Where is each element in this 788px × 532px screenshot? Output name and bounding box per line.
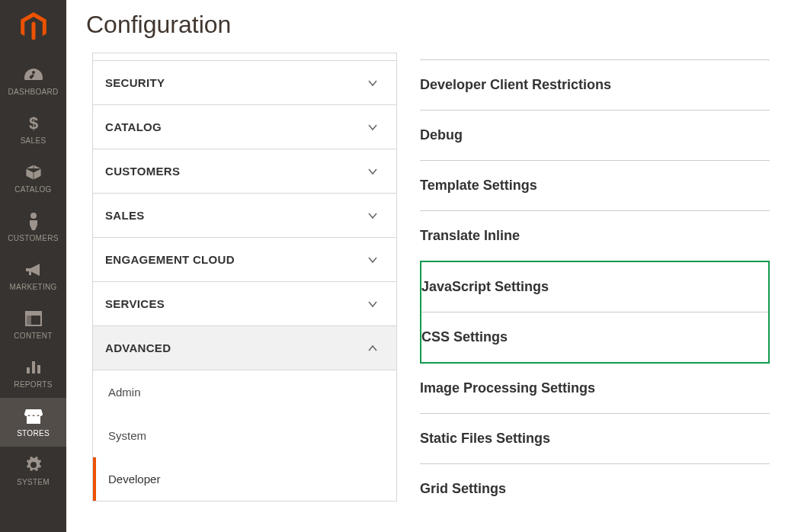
setting-label: Translate Inline xyxy=(420,228,520,243)
nav-label: CATALOG xyxy=(14,185,51,194)
setting-debug[interactable]: Debug xyxy=(420,111,770,161)
side-section-catalog[interactable]: CATALOG xyxy=(93,105,396,149)
nav-stores[interactable]: STORES xyxy=(0,398,66,447)
setting-javascript-settings[interactable]: JavaScript Settings xyxy=(421,262,768,312)
side-section-title: CATALOG xyxy=(105,120,162,133)
nav-marketing[interactable]: MARKETING xyxy=(0,252,66,300)
nav-label: SYSTEM xyxy=(17,478,50,486)
setting-label: Debug xyxy=(420,127,463,143)
chevron-down-icon xyxy=(367,78,378,88)
chevron-down-icon xyxy=(367,122,378,133)
svg-rect-5 xyxy=(27,367,30,373)
dollar-icon: $ xyxy=(27,113,40,134)
setting-translate-inline[interactable]: Translate Inline xyxy=(420,211,770,261)
nav-customers[interactable]: CUSTOMERS xyxy=(0,203,66,252)
sub-item-admin[interactable]: Admin xyxy=(93,370,396,414)
svg-text:$: $ xyxy=(28,114,37,133)
side-section-advanced[interactable]: ADVANCED xyxy=(93,326,396,370)
setting-label: Developer Client Restrictions xyxy=(420,77,611,92)
nav-label: CONTENT xyxy=(14,332,52,340)
chevron-down-icon xyxy=(367,255,378,265)
side-section-title: SERVICES xyxy=(105,297,165,310)
nav-label: CUSTOMERS xyxy=(8,234,58,242)
nav-label: SALES xyxy=(21,136,46,145)
svg-rect-7 xyxy=(37,365,40,373)
svg-rect-4 xyxy=(26,316,31,325)
setting-grid-settings[interactable]: Grid Settings xyxy=(420,464,770,514)
nav-label: MARKETING xyxy=(9,283,56,291)
svg-rect-3 xyxy=(26,312,41,316)
side-section-title: SALES xyxy=(105,209,145,222)
megaphone-icon xyxy=(24,259,43,280)
person-icon xyxy=(27,210,40,232)
setting-label: JavaScript Settings xyxy=(421,279,549,294)
setting-label: Grid Settings xyxy=(420,481,506,496)
settings-panel: Developer Client Restrictions Debug Temp… xyxy=(397,53,788,532)
side-section-title: ENGAGEMENT CLOUD xyxy=(105,253,235,266)
side-section-engagement-cloud[interactable]: ENGAGEMENT CLOUD xyxy=(93,238,396,282)
magento-logo-icon xyxy=(18,11,50,43)
bar-chart-icon xyxy=(25,357,42,378)
sub-item-label: Admin xyxy=(108,386,141,399)
setting-label: CSS Settings xyxy=(421,329,508,345)
config-side-panel: SECURITY CATALOG CUSTOMERS SALES xyxy=(92,53,397,532)
sub-item-label: Developer xyxy=(108,473,160,486)
side-section-customers[interactable]: CUSTOMERS xyxy=(93,149,396,194)
store-icon xyxy=(24,405,43,427)
svg-point-1 xyxy=(30,213,37,219)
highlight-annotation: JavaScript Settings CSS Settings xyxy=(420,261,770,364)
setting-label: Image Processing Settings xyxy=(420,380,595,396)
gear-icon xyxy=(25,454,42,476)
chevron-down-icon xyxy=(367,210,378,221)
nav-reports[interactable]: REPORTS xyxy=(0,349,66,398)
side-section-title: SECURITY xyxy=(105,76,165,89)
setting-static-files-settings[interactable]: Static Files Settings xyxy=(420,414,770,464)
setting-label: Template Settings xyxy=(420,178,537,193)
nav-label: STORES xyxy=(17,429,50,437)
dashboard-icon xyxy=(24,64,43,85)
page-title: Configuration xyxy=(66,0,788,53)
sub-item-label: System xyxy=(108,429,146,442)
layout-icon xyxy=(25,308,42,329)
side-section-sales[interactable]: SALES xyxy=(93,194,396,238)
sub-item-system[interactable]: System xyxy=(93,414,396,457)
nav-label: REPORTS xyxy=(14,380,52,389)
chevron-up-icon xyxy=(367,343,378,354)
vertical-nav: DASHBOARD $ SALES CATALOG CUSTOMERS MARK… xyxy=(0,0,66,532)
setting-css-settings[interactable]: CSS Settings xyxy=(421,312,768,362)
side-section-title: CUSTOMERS xyxy=(105,165,180,178)
chevron-down-icon xyxy=(367,299,378,309)
nav-sales[interactable]: $ SALES xyxy=(0,105,66,154)
nav-system[interactable]: SYSTEM xyxy=(0,447,66,495)
sub-item-developer[interactable]: Developer xyxy=(93,457,396,501)
side-section-security[interactable]: SECURITY xyxy=(93,61,396,105)
nav-label: DASHBOARD xyxy=(8,88,58,96)
nav-dashboard[interactable]: DASHBOARD xyxy=(0,56,66,105)
svg-rect-6 xyxy=(32,361,35,373)
nav-catalog[interactable]: CATALOG xyxy=(0,154,66,203)
side-section-title: ADVANCED xyxy=(105,341,171,354)
setting-image-processing-settings[interactable]: Image Processing Settings xyxy=(420,364,770,414)
box-icon xyxy=(24,162,43,183)
setting-label: Static Files Settings xyxy=(420,431,550,446)
chevron-down-icon xyxy=(367,166,378,177)
side-section-services[interactable]: SERVICES xyxy=(93,282,396,326)
setting-template-settings[interactable]: Template Settings xyxy=(420,161,770,211)
nav-content[interactable]: CONTENT xyxy=(0,300,66,349)
setting-developer-client-restrictions[interactable]: Developer Client Restrictions xyxy=(420,60,770,111)
